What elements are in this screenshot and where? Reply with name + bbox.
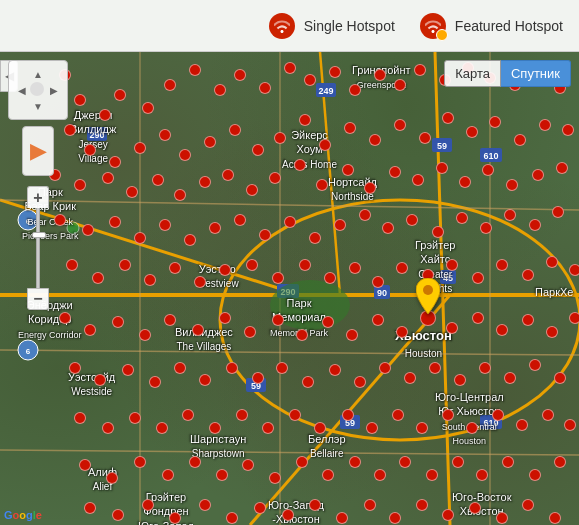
hotspot-marker[interactable] [442, 509, 454, 521]
hotspot-marker[interactable] [246, 184, 258, 196]
hotspot-marker[interactable] [174, 362, 186, 374]
hotspot-marker[interactable] [336, 512, 348, 524]
hotspot-marker[interactable] [299, 114, 311, 126]
hotspot-marker[interactable] [134, 232, 146, 244]
hotspot-marker[interactable] [74, 412, 86, 424]
hotspot-marker[interactable] [476, 469, 488, 481]
hotspot-marker[interactable] [379, 362, 391, 374]
hotspot-marker[interactable] [562, 124, 574, 136]
hotspot-marker[interactable] [209, 422, 221, 434]
hotspot-marker[interactable] [252, 372, 264, 384]
hotspot-marker[interactable] [396, 262, 408, 274]
hotspot-marker[interactable] [222, 169, 234, 181]
hotspot-marker[interactable] [272, 314, 284, 326]
hotspot-marker[interactable] [454, 374, 466, 386]
hotspot-marker[interactable] [276, 362, 288, 374]
hotspot-marker[interactable] [159, 219, 171, 231]
hotspot-marker[interactable] [99, 109, 111, 121]
hotspot-marker[interactable] [364, 182, 376, 194]
hotspot-marker[interactable] [366, 422, 378, 434]
hotspot-marker[interactable] [214, 84, 226, 96]
hotspot-marker[interactable] [319, 139, 331, 151]
pan-s[interactable]: ▼ [30, 98, 46, 114]
hotspot-marker[interactable] [216, 469, 228, 481]
hotspot-marker[interactable] [546, 256, 558, 268]
hotspot-marker[interactable] [244, 326, 256, 338]
hotspot-marker[interactable] [112, 316, 124, 328]
hotspot-marker[interactable] [552, 206, 564, 218]
hotspot-marker[interactable] [456, 212, 468, 224]
hotspot-marker[interactable] [482, 164, 494, 176]
hotspot-marker[interactable] [59, 312, 71, 324]
hotspot-marker[interactable] [159, 129, 171, 141]
hotspot-marker[interactable] [396, 326, 408, 338]
zoom-out-button[interactable]: − [27, 288, 49, 310]
hotspot-marker[interactable] [122, 364, 134, 376]
hotspot-marker[interactable] [399, 456, 411, 468]
hotspot-marker[interactable] [529, 359, 541, 371]
hotspot-marker[interactable] [556, 162, 568, 174]
hotspot-marker[interactable] [252, 144, 264, 156]
hotspot-marker[interactable] [269, 472, 281, 484]
pan-sw[interactable] [14, 98, 30, 114]
pan-w[interactable]: ◀ [14, 82, 30, 98]
hotspot-marker[interactable] [119, 259, 131, 271]
hotspot-marker[interactable] [84, 324, 96, 336]
hotspot-marker[interactable] [134, 142, 146, 154]
hotspot-marker[interactable] [149, 376, 161, 388]
hotspot-marker[interactable] [316, 179, 328, 191]
hotspot-marker[interactable] [74, 179, 86, 191]
hotspot-marker[interactable] [219, 264, 231, 276]
hotspot-marker[interactable] [126, 186, 138, 198]
hotspot-marker[interactable] [532, 169, 544, 181]
hotspot-marker[interactable] [436, 162, 448, 174]
hotspot-marker[interactable] [262, 422, 274, 434]
hotspot-marker[interactable] [446, 259, 458, 271]
hotspot-marker[interactable] [374, 69, 386, 81]
hotspot-marker[interactable] [84, 502, 96, 514]
hotspot-marker[interactable] [289, 409, 301, 421]
hotspot-marker[interactable] [299, 259, 311, 271]
hotspot-marker[interactable] [416, 499, 428, 511]
hotspot-marker[interactable] [506, 179, 518, 191]
hotspot-marker[interactable] [382, 222, 394, 234]
hotspot-marker[interactable] [324, 272, 336, 284]
hotspot-marker[interactable] [274, 132, 286, 144]
hotspot-marker[interactable] [226, 362, 238, 374]
hotspot-marker[interactable] [309, 232, 321, 244]
hotspot-marker[interactable] [344, 122, 356, 134]
hotspot-marker[interactable] [142, 102, 154, 114]
hotspot-marker[interactable] [82, 224, 94, 236]
hotspot-marker[interactable] [182, 409, 194, 421]
hotspot-marker[interactable] [79, 459, 91, 471]
hotspot-marker[interactable] [302, 376, 314, 388]
hotspot-marker[interactable] [134, 456, 146, 468]
hotspot-marker[interactable] [349, 262, 361, 274]
hotspot-marker[interactable] [522, 269, 534, 281]
hotspot-marker[interactable] [522, 499, 534, 511]
hotspot-marker[interactable] [84, 144, 96, 156]
hotspot-marker[interactable] [189, 64, 201, 76]
hotspot-marker[interactable] [504, 372, 516, 384]
hotspot-marker[interactable] [296, 329, 308, 341]
map-type-map[interactable]: Карта [444, 60, 501, 87]
hotspot-marker[interactable] [479, 362, 491, 374]
hotspot-marker[interactable] [514, 134, 526, 146]
hotspot-marker[interactable] [234, 214, 246, 226]
hotspot-marker[interactable] [106, 472, 118, 484]
hotspot-marker[interactable] [372, 276, 384, 288]
hotspot-marker[interactable] [184, 234, 196, 246]
zoom-slider[interactable] [36, 208, 40, 288]
hotspot-marker[interactable] [129, 412, 141, 424]
hotspot-marker[interactable] [94, 374, 106, 386]
hotspot-marker[interactable] [492, 409, 504, 421]
hotspot-marker[interactable] [480, 222, 492, 234]
pan-center[interactable] [30, 82, 44, 96]
hotspot-marker[interactable] [346, 329, 358, 341]
hotspot-marker[interactable] [309, 499, 321, 511]
hotspot-marker[interactable] [364, 499, 376, 511]
hotspot-marker[interactable] [259, 82, 271, 94]
zoom-thumb[interactable] [32, 232, 46, 238]
hotspot-marker[interactable] [144, 274, 156, 286]
hotspot-marker[interactable] [496, 324, 508, 336]
